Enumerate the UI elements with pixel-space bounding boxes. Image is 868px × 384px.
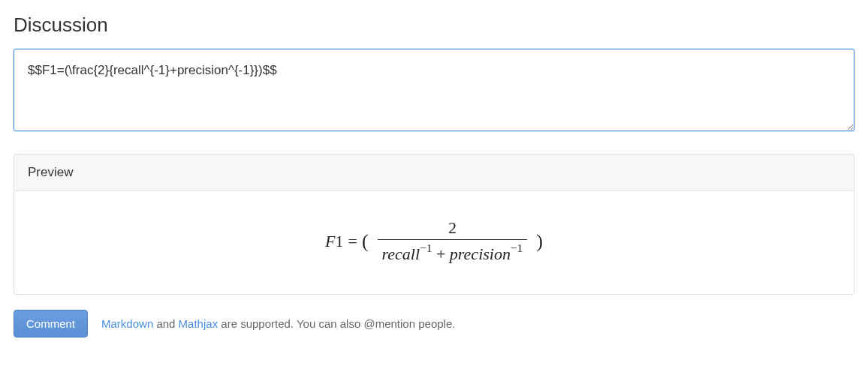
math-plus: + — [436, 244, 450, 263]
math-lparen: ( — [362, 230, 369, 253]
footer-row: Comment Markdown and Mathjax are support… — [14, 310, 854, 338]
math-equals: = — [348, 232, 357, 251]
math-numerator: 2 — [444, 218, 461, 239]
hint-text: Markdown and Mathjax are supported. You … — [101, 317, 455, 330]
math-precision: precision — [450, 244, 511, 263]
discussion-heading: Discussion — [14, 14, 854, 37]
comment-input[interactable] — [14, 49, 854, 131]
preview-panel: Preview F1 = ( 2 recall−1 + precision−1 … — [14, 154, 854, 295]
mathjax-link[interactable]: Mathjax — [179, 317, 219, 330]
math-formula: F1 = ( 2 recall−1 + precision−1 ) — [325, 218, 543, 264]
math-denominator: recall−1 + precision−1 — [378, 239, 528, 264]
math-rparen: ) — [536, 230, 543, 253]
math-fraction: 2 recall−1 + precision−1 — [378, 218, 528, 264]
math-exp2: −1 — [511, 242, 523, 254]
math-recall: recall — [382, 244, 420, 263]
preview-content: F1 = ( 2 recall−1 + precision−1 ) — [14, 191, 854, 294]
hint-rest: are supported. You can also @mention peo… — [218, 317, 455, 330]
math-lhs-num: 1 — [335, 232, 343, 250]
preview-label: Preview — [14, 154, 854, 191]
comment-button[interactable]: Comment — [14, 310, 88, 338]
math-lhs-var: F — [325, 232, 335, 250]
markdown-link[interactable]: Markdown — [101, 317, 153, 330]
hint-and: and — [153, 317, 178, 330]
math-exp1: −1 — [420, 242, 432, 254]
